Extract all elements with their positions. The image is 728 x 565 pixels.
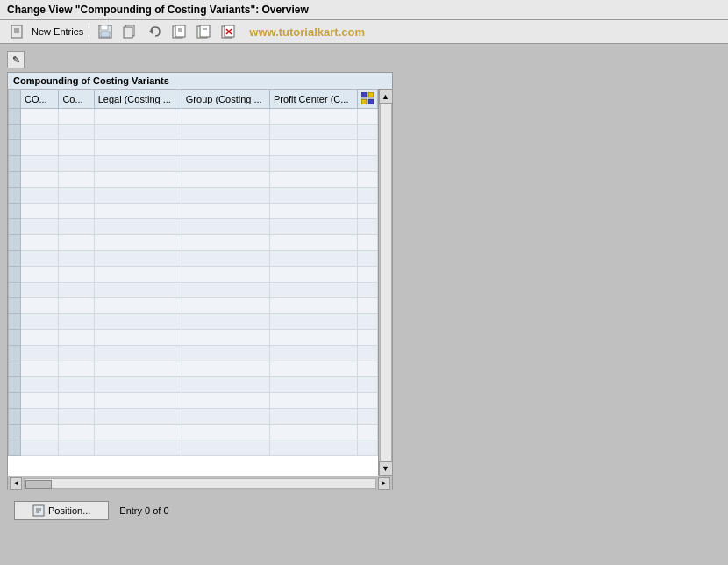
table-cell[interactable] <box>59 125 94 140</box>
table-cell[interactable] <box>182 109 269 125</box>
table-cell[interactable] <box>94 251 182 267</box>
new-entries-icon[interactable] <box>7 23 28 40</box>
table-cell[interactable] <box>269 204 357 219</box>
scroll-left-btn[interactable]: ◄ <box>10 477 22 490</box>
table-row[interactable] <box>9 346 378 361</box>
table-cell[interactable] <box>269 109 357 125</box>
table-cell[interactable] <box>94 172 182 188</box>
table-cell[interactable] <box>21 282 59 298</box>
row-selector[interactable] <box>9 125 21 140</box>
table-cell[interactable] <box>59 251 94 267</box>
row-selector[interactable] <box>9 409 21 425</box>
table-cell[interactable] <box>59 425 94 440</box>
undo-icon[interactable] <box>144 23 165 40</box>
table-cell[interactable] <box>59 393 94 409</box>
table-cell[interactable] <box>94 140 182 156</box>
row-selector[interactable] <box>9 267 21 282</box>
table-cell[interactable] <box>182 330 269 346</box>
scroll-right-btn[interactable]: ► <box>378 477 390 490</box>
table-cell[interactable] <box>269 440 357 456</box>
table-cell[interactable] <box>269 361 357 377</box>
table-row[interactable] <box>9 425 378 440</box>
table-cell[interactable] <box>94 219 182 235</box>
table-cell[interactable] <box>59 377 94 393</box>
save-icon[interactable] <box>95 23 116 40</box>
table-cell[interactable] <box>94 425 182 440</box>
row-selector[interactable] <box>9 425 21 440</box>
table-cell[interactable] <box>94 235 182 251</box>
row-selector[interactable] <box>9 393 21 409</box>
table-cell[interactable] <box>59 219 94 235</box>
table-cell[interactable] <box>21 204 59 219</box>
table-cell[interactable] <box>269 393 357 409</box>
table-cell[interactable] <box>21 251 59 267</box>
table-cell[interactable] <box>94 298 182 314</box>
table-row[interactable] <box>9 219 378 235</box>
copy-icon[interactable] <box>119 23 140 40</box>
table-cell[interactable] <box>59 109 94 125</box>
row-selector[interactable] <box>9 188 21 204</box>
table-row[interactable] <box>9 282 378 298</box>
table-cell[interactable] <box>21 377 59 393</box>
row-selector[interactable] <box>9 298 21 314</box>
row-selector[interactable] <box>9 314 21 330</box>
table-cell[interactable] <box>21 314 59 330</box>
table-cell[interactable] <box>94 330 182 346</box>
row-selector[interactable] <box>9 172 21 188</box>
table-cell[interactable] <box>21 172 59 188</box>
table-cell[interactable] <box>269 125 357 140</box>
row-selector[interactable] <box>9 282 21 298</box>
table-cell[interactable] <box>21 298 59 314</box>
table-cell[interactable] <box>182 140 269 156</box>
scroll-track-h[interactable] <box>24 478 376 489</box>
table-cell[interactable] <box>94 393 182 409</box>
table-row[interactable] <box>9 393 378 409</box>
scroll-up-btn[interactable]: ▲ <box>379 89 393 104</box>
table-cell[interactable] <box>182 172 269 188</box>
table-row[interactable] <box>9 361 378 377</box>
table-cell[interactable] <box>21 109 59 125</box>
table-cell[interactable] <box>269 235 357 251</box>
copy2-icon[interactable] <box>168 23 189 40</box>
table-cell[interactable] <box>94 346 182 361</box>
row-selector[interactable] <box>9 440 21 456</box>
position-button[interactable]: Position... <box>14 501 109 520</box>
table-cell[interactable] <box>94 109 182 125</box>
move-icon[interactable] <box>193 23 214 40</box>
table-cell[interactable] <box>182 377 269 393</box>
table-cell[interactable] <box>21 330 59 346</box>
table-cell[interactable] <box>182 204 269 219</box>
table-row[interactable] <box>9 440 378 456</box>
table-cell[interactable] <box>269 156 357 172</box>
table-cell[interactable] <box>269 409 357 425</box>
table-cell[interactable] <box>269 314 357 330</box>
table-cell[interactable] <box>59 314 94 330</box>
row-selector[interactable] <box>9 377 21 393</box>
table-cell[interactable] <box>21 125 59 140</box>
table-row[interactable] <box>9 172 378 188</box>
table-cell[interactable] <box>21 346 59 361</box>
table-cell[interactable] <box>94 125 182 140</box>
row-selector[interactable] <box>9 109 21 125</box>
table-row[interactable] <box>9 188 378 204</box>
table-cell[interactable] <box>182 314 269 330</box>
table-cell[interactable] <box>59 409 94 425</box>
table-cell[interactable] <box>182 393 269 409</box>
table-cell[interactable] <box>94 314 182 330</box>
row-selector[interactable] <box>9 204 21 219</box>
table-cell[interactable] <box>59 140 94 156</box>
table-cell[interactable] <box>94 282 182 298</box>
table-cell[interactable] <box>21 219 59 235</box>
table-cell[interactable] <box>59 440 94 456</box>
scroll-down-btn[interactable]: ▼ <box>379 461 393 476</box>
table-row[interactable] <box>9 377 378 393</box>
table-cell[interactable] <box>21 156 59 172</box>
table-cell[interactable] <box>182 219 269 235</box>
row-selector[interactable] <box>9 156 21 172</box>
table-row[interactable] <box>9 109 378 125</box>
col-header-group[interactable]: Group (Costing ... <box>182 90 269 109</box>
table-cell[interactable] <box>182 361 269 377</box>
table-cell[interactable] <box>269 282 357 298</box>
row-selector[interactable] <box>9 330 21 346</box>
table-cell[interactable] <box>94 361 182 377</box>
